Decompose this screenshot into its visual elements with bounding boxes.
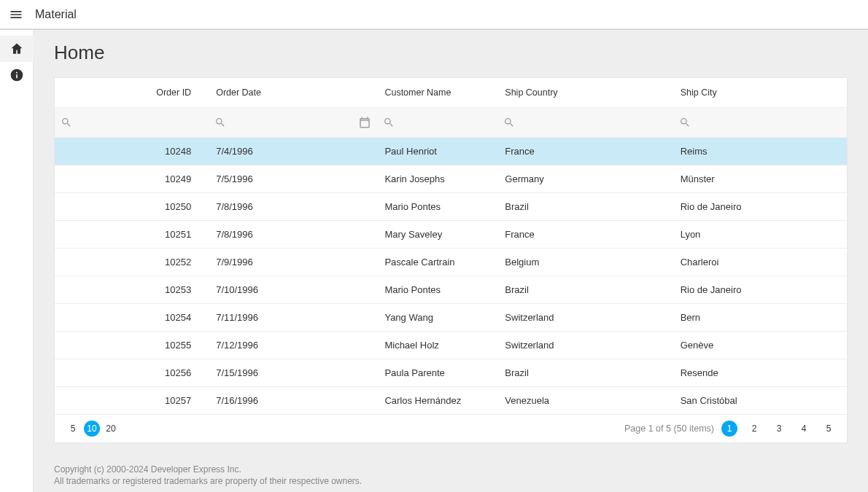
page-size-selector: 51020 [65, 421, 119, 437]
col-header-ship-country[interactable]: Ship Country [497, 78, 673, 108]
cell-customer-name: Mario Pontes [377, 276, 497, 304]
sidebar-item-about[interactable] [0, 62, 34, 88]
filter-row [55, 108, 847, 138]
cell-ship-city: Reims [673, 138, 847, 165]
table-row[interactable]: 102497/5/1996Karin JosephsGermanyMünster [55, 165, 847, 193]
table-row[interactable]: 102517/8/1996Mary SaveleyFranceLyon [55, 221, 847, 249]
info-icon [9, 68, 24, 82]
cell-order-id: 10251 [55, 221, 209, 249]
cell-order-date: 7/11/1996 [209, 304, 377, 332]
cell-customer-name: Pascale Cartrain [377, 249, 497, 276]
home-icon [9, 42, 24, 56]
cell-order-id: 10254 [55, 304, 209, 332]
cell-customer-name: Michael Holz [377, 332, 497, 359]
page-size-10[interactable]: 10 [84, 421, 100, 437]
col-header-ship-city[interactable]: Ship City [673, 78, 847, 108]
filter-cell-order-id[interactable] [55, 108, 209, 137]
search-icon [679, 117, 691, 128]
cell-order-date: 7/4/1996 [209, 138, 377, 165]
page-4[interactable]: 4 [796, 421, 812, 437]
cell-ship-country: Switzerland [497, 304, 673, 332]
table-row[interactable]: 102557/12/1996Michael HolzSwitzerlandGen… [55, 332, 847, 359]
page-size-5[interactable]: 5 [65, 421, 81, 437]
cell-ship-city: Rio de Janeiro [673, 276, 847, 304]
menu-icon [9, 7, 23, 22]
content: Home Order ID Order Date Customer Name S… [34, 30, 868, 492]
footer-copyright: Copyright (c) 2000-2024 Developer Expres… [54, 464, 848, 475]
cell-order-date: 7/10/1996 [209, 276, 377, 304]
cell-customer-name: Mary Saveley [377, 221, 497, 249]
filter-cell-ship-city[interactable] [673, 108, 847, 137]
cell-ship-country: France [497, 138, 673, 165]
filter-cell-order-date[interactable] [209, 108, 377, 137]
cell-order-date: 7/15/1996 [209, 359, 377, 387]
pager: 51020 Page 1 of 5 (50 items) 12345 [55, 415, 847, 442]
footer-trademarks: All trademarks or registered trademarks … [54, 475, 848, 487]
page-selector: 12345 [721, 421, 837, 437]
table-row[interactable]: 102507/8/1996Mario PontesBrazilRio de Ja… [55, 193, 847, 221]
cell-ship-country: Brazil [497, 359, 673, 387]
pager-info: Page 1 of 5 (50 items) [624, 423, 714, 434]
page-2[interactable]: 2 [746, 421, 762, 437]
search-icon [503, 117, 515, 128]
footer: Copyright (c) 2000-2024 Developer Expres… [54, 464, 848, 487]
page-title: Home [54, 42, 848, 64]
table-row[interactable]: 102537/10/1996Mario PontesBrazilRio de J… [55, 276, 847, 304]
cell-order-date: 7/9/1996 [209, 249, 377, 276]
app-title: Material [35, 8, 77, 21]
menu-button[interactable] [7, 6, 25, 23]
cell-order-date: 7/16/1996 [209, 387, 377, 415]
table-row[interactable]: 102527/9/1996Pascale CartrainBelgiumChar… [55, 249, 847, 276]
data-grid: Order ID Order Date Customer Name Ship C… [54, 77, 848, 443]
cell-customer-name: Carlos Hernández [377, 387, 497, 415]
cell-order-date: 7/5/1996 [209, 165, 377, 193]
cell-order-id: 10256 [55, 359, 209, 387]
cell-ship-country: Brazil [497, 193, 673, 221]
filter-cell-customer-name[interactable] [377, 108, 497, 137]
cell-order-id: 10253 [55, 276, 209, 304]
cell-ship-country: Switzerland [497, 332, 673, 359]
header-row: Order ID Order Date Customer Name Ship C… [55, 78, 847, 108]
cell-order-id: 10248 [55, 138, 209, 165]
cell-ship-country: Germany [497, 165, 673, 193]
page-1[interactable]: 1 [721, 421, 737, 437]
topbar: Material [0, 0, 868, 29]
table-row[interactable]: 102567/15/1996Paula ParenteBrazilResende [55, 359, 847, 387]
cell-ship-city: Bern [673, 304, 847, 332]
cell-customer-name: Mario Pontes [377, 193, 497, 221]
cell-order-id: 10255 [55, 332, 209, 359]
col-header-order-id[interactable]: Order ID [55, 78, 209, 108]
table-row[interactable]: 102487/4/1996Paul HenriotFranceReims [55, 138, 847, 165]
col-header-order-date[interactable]: Order Date [209, 78, 377, 108]
cell-customer-name: Paul Henriot [377, 138, 497, 165]
cell-ship-country: Brazil [497, 276, 673, 304]
cell-ship-city: Lyon [673, 221, 847, 249]
cell-ship-city: San Cristóbal [673, 387, 847, 415]
search-icon [61, 117, 72, 128]
col-header-customer-name[interactable]: Customer Name [377, 78, 497, 108]
cell-customer-name: Karin Josephs [377, 165, 497, 193]
cell-customer-name: Paula Parente [377, 359, 497, 387]
cell-order-date: 7/8/1996 [209, 193, 377, 221]
cell-ship-city: Münster [673, 165, 847, 193]
search-icon [383, 117, 395, 128]
table-row[interactable]: 102547/11/1996Yang WangSwitzerlandBern [55, 304, 847, 332]
sidebar [0, 30, 34, 492]
cell-ship-country: Belgium [497, 249, 673, 276]
page-size-20[interactable]: 20 [103, 421, 119, 437]
cell-order-id: 10250 [55, 193, 209, 221]
cell-order-date: 7/12/1996 [209, 332, 377, 359]
table-row[interactable]: 102577/16/1996Carlos HernándezVenezuelaS… [55, 387, 847, 415]
cell-order-id: 10257 [55, 387, 209, 415]
calendar-icon[interactable] [358, 116, 371, 129]
cell-ship-city: Charleroi [673, 249, 847, 276]
page-3[interactable]: 3 [771, 421, 787, 437]
filter-cell-ship-country[interactable] [497, 108, 673, 137]
cell-ship-country: France [497, 221, 673, 249]
cell-order-id: 10249 [55, 165, 209, 193]
page-5[interactable]: 5 [821, 421, 837, 437]
sidebar-item-home[interactable] [0, 36, 34, 62]
cell-customer-name: Yang Wang [377, 304, 497, 332]
cell-ship-country: Venezuela [497, 387, 673, 415]
cell-order-date: 7/8/1996 [209, 221, 377, 249]
